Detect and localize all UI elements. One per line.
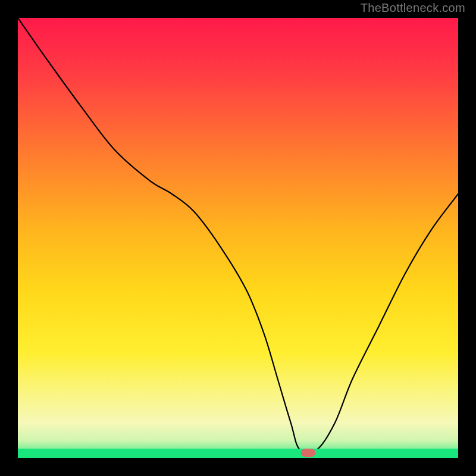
optimal-zone-strip [18,449,458,458]
chart-frame: TheBottleneck.com [0,0,476,476]
watermark-text: TheBottleneck.com [361,1,465,15]
plot-area [18,18,458,458]
bottleneck-curve [18,18,458,458]
optimal-marker [301,449,315,457]
